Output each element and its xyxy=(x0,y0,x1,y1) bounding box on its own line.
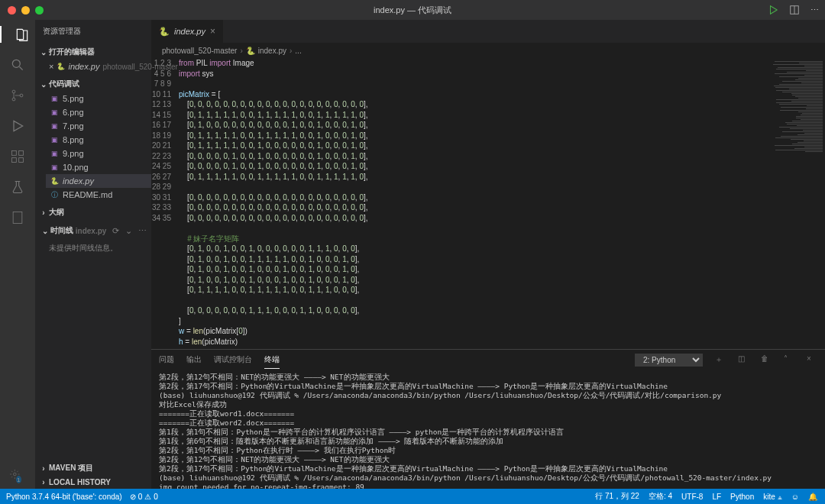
open-editor-item[interactable]: × 🐍 index.py photowall_520-master xyxy=(46,60,151,73)
status-python[interactable]: Python 3.7.4 64-bit ('base': conda) xyxy=(6,493,122,501)
svg-point-2 xyxy=(12,60,20,67)
svg-rect-9 xyxy=(19,158,24,163)
file-item[interactable]: ▣8.png xyxy=(46,133,151,147)
status-kite[interactable]: kite ⟁ xyxy=(763,493,782,501)
more-icon[interactable]: ⋯ xyxy=(810,5,819,15)
plus-icon[interactable]: ＋ xyxy=(715,354,726,365)
bell-icon[interactable]: 🔔 xyxy=(808,493,817,501)
sidebar-title: 资源管理器 xyxy=(35,20,151,43)
window-title: index.py — 代码调试 xyxy=(374,5,451,16)
svg-point-6 xyxy=(20,94,23,97)
chevron-up-icon[interactable]: ˄ xyxy=(784,354,794,365)
status-spaces[interactable]: 空格: 4 xyxy=(649,491,672,502)
split-icon[interactable] xyxy=(789,5,800,15)
python-icon: 🐍 xyxy=(159,27,170,37)
section-outline[interactable]: ›大纲 xyxy=(35,205,151,220)
svg-rect-10 xyxy=(19,151,24,156)
panel-tab[interactable]: 输出 xyxy=(186,351,202,368)
error-icon: ⊘ xyxy=(130,493,136,501)
close-icon[interactable]: × xyxy=(210,26,215,37)
debug-icon[interactable] xyxy=(9,118,26,134)
file-item[interactable]: ▣5.png xyxy=(46,92,151,105)
section-open-editors[interactable]: ⌄打开的编辑器 xyxy=(35,44,151,60)
run-icon[interactable] xyxy=(768,5,778,15)
extensions-icon[interactable] xyxy=(9,148,26,165)
test-icon[interactable] xyxy=(9,179,26,195)
breadcrumb[interactable]: photowall_520-master› 🐍index.py› ... xyxy=(151,43,825,58)
svg-point-12 xyxy=(14,473,17,476)
file-icon: ⓘ xyxy=(49,189,60,200)
status-problems[interactable]: ⊘0 ⚠0 xyxy=(130,493,158,501)
python-icon: 🐍 xyxy=(246,47,255,55)
trash-icon[interactable]: 🗑 xyxy=(761,354,772,365)
file-icon: ▣ xyxy=(49,162,60,173)
activity-bar: 1 xyxy=(0,20,35,489)
file-icon: ▣ xyxy=(49,148,60,159)
file-item[interactable]: ▣9.png xyxy=(46,147,151,160)
explorer-icon[interactable] xyxy=(0,26,35,43)
status-bar: Python 3.7.4 64-bit ('base': conda) ⊘0 ⚠… xyxy=(0,489,825,504)
file-icon: ▣ xyxy=(49,93,60,104)
file-item[interactable]: ▣7.png xyxy=(46,119,151,133)
file-item[interactable]: ⓘREADME.md xyxy=(46,188,151,202)
section-maven[interactable]: ›MAVEN 项目 xyxy=(35,460,151,476)
file-icon: 🐍 xyxy=(49,176,60,186)
pin-icon[interactable]: ⟳ xyxy=(112,226,119,236)
file-item[interactable]: ▣10.png xyxy=(46,160,151,174)
svg-line-3 xyxy=(20,67,23,70)
status-lang[interactable]: Python xyxy=(730,493,754,501)
terminal[interactable]: 第2段，第12句不相同：NET的功能更强大 ————> NET的功能更强大 第2… xyxy=(151,370,825,489)
svg-point-4 xyxy=(12,90,15,93)
split-icon[interactable]: ◫ xyxy=(738,354,749,365)
svg-rect-8 xyxy=(12,158,17,163)
svg-point-5 xyxy=(12,98,15,101)
file-icon: ▣ xyxy=(49,134,60,145)
section-folder[interactable]: ⌄代码调试 xyxy=(35,76,151,92)
terminal-selector[interactable]: 2: Python xyxy=(635,354,703,367)
editor-tabs: 🐍 index.py × xyxy=(151,20,825,43)
file-icon: ▣ xyxy=(49,107,60,118)
python-icon: 🐍 xyxy=(57,61,65,72)
filter-icon[interactable]: ⌄ xyxy=(125,226,132,236)
svg-rect-11 xyxy=(13,212,22,224)
section-timeline[interactable]: ⌄时间线 index.py xyxy=(40,225,106,236)
panel-tab[interactable]: 问题 xyxy=(159,351,174,368)
more-icon[interactable]: ⋯ xyxy=(138,226,147,236)
window-close-icon[interactable] xyxy=(8,6,16,15)
svg-rect-7 xyxy=(12,151,17,156)
titlebar: index.py — 代码调试 ⋯ xyxy=(0,0,825,20)
status-encoding[interactable]: UTF-8 xyxy=(681,493,703,501)
section-local-history[interactable]: ›LOCAL HISTORY xyxy=(35,476,151,489)
search-icon[interactable] xyxy=(9,57,26,73)
scm-icon[interactable] xyxy=(9,87,26,104)
window-min-icon[interactable] xyxy=(21,6,30,15)
timeline-empty: 未提供时间线信息。 xyxy=(35,238,151,258)
settings-icon[interactable]: 1 xyxy=(9,466,26,483)
file-icon: ▣ xyxy=(49,121,60,131)
file-item[interactable]: 🐍index.py xyxy=(46,174,151,188)
close-icon[interactable]: × xyxy=(807,354,817,365)
warning-icon: ⚠ xyxy=(144,493,151,501)
status-eol[interactable]: LF xyxy=(712,493,721,501)
bookmark-icon[interactable] xyxy=(9,209,26,226)
file-item[interactable]: ▣6.png xyxy=(46,105,151,119)
minimap[interactable] xyxy=(765,58,825,349)
tab-index[interactable]: 🐍 index.py × xyxy=(151,20,224,43)
panel-tab[interactable]: 调试控制台 xyxy=(214,351,252,368)
panel-tab[interactable]: 终端 xyxy=(264,351,280,369)
bottom-panel: 问题输出调试控制台终端 2: Python ＋ ◫ 🗑 ˄ × 第2段，第12句… xyxy=(151,349,825,489)
sidebar: 资源管理器 ⌄打开的编辑器 × 🐍 index.py photowall_520… xyxy=(35,20,151,489)
status-cursor[interactable]: 行 71，列 22 xyxy=(595,491,639,502)
feedback-icon[interactable]: ☺ xyxy=(791,493,799,501)
window-max-icon[interactable] xyxy=(35,6,44,15)
code-editor[interactable]: 1 2 3 4 5 6 7 8 9 10 11 12 13 14 15 16 1… xyxy=(151,58,765,349)
